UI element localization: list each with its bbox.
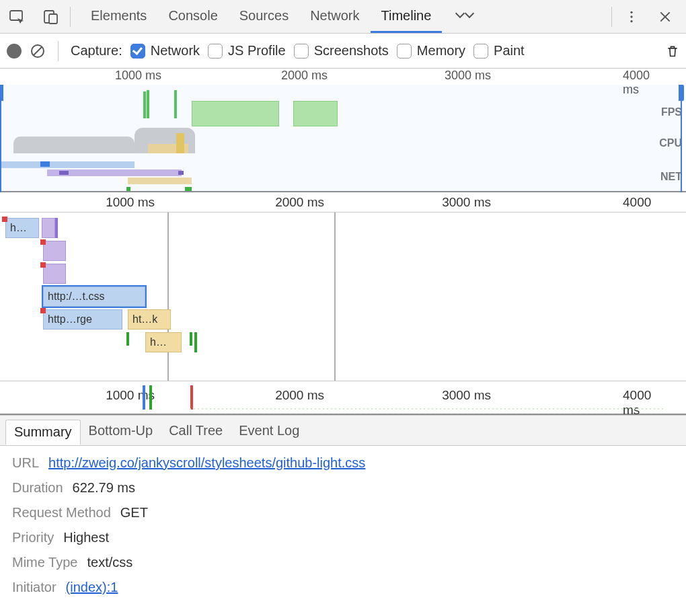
separator: [58, 41, 59, 61]
detail-tab-bottomup[interactable]: Bottom-Up: [81, 416, 161, 445]
selection-handle-right-icon[interactable]: [679, 85, 684, 101]
request-bar[interactable]: h…: [5, 218, 39, 238]
summary-url-label: URL: [12, 455, 39, 471]
summary-method-value: GET: [120, 505, 148, 521]
detail-tab-summary[interactable]: Summary: [5, 420, 81, 445]
ruler-tick: 1000 ms: [106, 195, 155, 210]
checkbox-icon: [473, 44, 488, 59]
tab-console[interactable]: Console: [157, 0, 228, 33]
summary-duration-label: Duration: [12, 480, 63, 496]
request-bar[interactable]: ht…k: [128, 309, 171, 330]
request-bar[interactable]: [43, 241, 66, 261]
request-bar-selected[interactable]: http:/…t.css: [43, 286, 145, 307]
ruler-tick: 3000 ms: [445, 69, 491, 83]
svg-point-4: [630, 15, 632, 17]
panel-tabs: Elements Console Sources Network Timelin…: [80, 0, 488, 33]
summary-method-label: Request Method: [12, 505, 111, 521]
request-bar[interactable]: [42, 218, 55, 238]
request-bar[interactable]: h…: [145, 332, 182, 352]
flame-chart[interactable]: 1000 ms 2000 ms 3000 ms 4000 ms h… http:…: [0, 192, 686, 381]
tab-sources[interactable]: Sources: [229, 0, 299, 33]
ruler-tick: 1000 ms: [115, 69, 161, 83]
event-marker-dcl[interactable]: [143, 385, 145, 410]
ruler-tick: 1000 ms: [106, 388, 155, 403]
clear-button[interactable]: [30, 43, 46, 59]
summary-priority-label: Priority: [12, 530, 54, 545]
capture-memory-checkbox[interactable]: Memory: [397, 43, 465, 59]
tab-elements[interactable]: Elements: [80, 0, 157, 33]
event-marker-fp[interactable]: [149, 385, 152, 410]
summary-priority-value: Highest: [63, 530, 109, 545]
ruler-tick: 2000 ms: [275, 388, 324, 403]
capture-jsprofile-label: JS Profile: [228, 43, 286, 59]
tab-network[interactable]: Network: [299, 0, 370, 33]
ruler-tick: 3000 ms: [442, 388, 491, 403]
summary-mime-label: Mime Type: [12, 555, 77, 570]
capture-network-checkbox[interactable]: Network: [130, 43, 200, 59]
separator: [611, 7, 612, 27]
separator: [70, 7, 71, 27]
svg-point-5: [630, 20, 632, 22]
inspect-element-icon[interactable]: [0, 0, 34, 34]
capture-screenshots-checkbox[interactable]: Screenshots: [294, 43, 389, 59]
checkbox-icon: [130, 44, 145, 59]
tab-timeline[interactable]: Timeline: [371, 0, 443, 33]
checkbox-icon: [294, 44, 309, 59]
capture-screenshots-label: Screenshots: [314, 43, 389, 59]
request-bar[interactable]: http…rge: [43, 309, 122, 330]
summary-pane: URL http://zweig.co/jankyscroll/styleshe…: [0, 446, 686, 607]
svg-point-3: [630, 11, 632, 13]
close-icon[interactable]: [648, 0, 682, 34]
details-tabs: Summary Bottom-Up Call Tree Event Log: [0, 415, 686, 446]
more-options-icon[interactable]: [615, 0, 648, 34]
summary-mime-value: text/css: [87, 555, 132, 570]
ruler-tick: 2000 ms: [281, 69, 328, 83]
tab-overflow[interactable]: [442, 0, 488, 33]
capture-jsprofile-checkbox[interactable]: JS Profile: [208, 43, 286, 59]
selection-handle-left-icon[interactable]: [0, 85, 3, 101]
detail-tab-eventlog[interactable]: Event Log: [231, 416, 307, 445]
ruler-tick: 4000 ms: [623, 388, 654, 418]
ruler-tick: 2000 ms: [275, 195, 324, 210]
checkbox-icon: [208, 44, 223, 59]
trash-icon[interactable]: [666, 43, 679, 59]
svg-rect-2: [49, 14, 57, 24]
capture-paint-label: Paint: [494, 43, 525, 59]
flame-ruler: 1000 ms 2000 ms 3000 ms 4000 ms: [0, 192, 686, 213]
capture-paint-checkbox[interactable]: Paint: [473, 43, 525, 59]
svg-rect-0: [10, 11, 22, 20]
device-toolbar-icon[interactable]: [34, 0, 67, 34]
event-marker-load[interactable]: [190, 385, 193, 410]
request-bar[interactable]: [43, 264, 66, 284]
summary-url-link[interactable]: http://zweig.co/jankyscroll/stylesheets/…: [48, 455, 365, 471]
marker-ruler[interactable]: 1000 ms 2000 ms 3000 ms 4000 ms: [0, 381, 686, 415]
ruler-tick: 3000 ms: [442, 195, 491, 210]
detail-tab-calltree[interactable]: Call Tree: [161, 416, 231, 445]
timeline-overview[interactable]: 1000 ms 2000 ms 3000 ms 4000 ms FPS CPU …: [0, 69, 686, 192]
devtools-tabbar: Elements Console Sources Network Timelin…: [0, 0, 686, 34]
activity-dots: [188, 407, 666, 411]
overview-ruler: 1000 ms 2000 ms 3000 ms 4000 ms: [0, 69, 686, 85]
capture-memory-label: Memory: [417, 43, 465, 59]
summary-duration-value: 622.79 ms: [73, 480, 135, 496]
overview-selection[interactable]: [0, 85, 682, 192]
checkbox-icon: [397, 44, 412, 59]
capture-network-label: Network: [151, 43, 200, 59]
record-button[interactable]: [7, 44, 22, 59]
summary-initiator-link[interactable]: (index):1: [66, 580, 118, 595]
summary-initiator-label: Initiator: [12, 580, 56, 595]
timeline-toolbar: Capture: Network JS Profile Screenshots …: [0, 34, 686, 69]
capture-label: Capture:: [71, 43, 122, 59]
